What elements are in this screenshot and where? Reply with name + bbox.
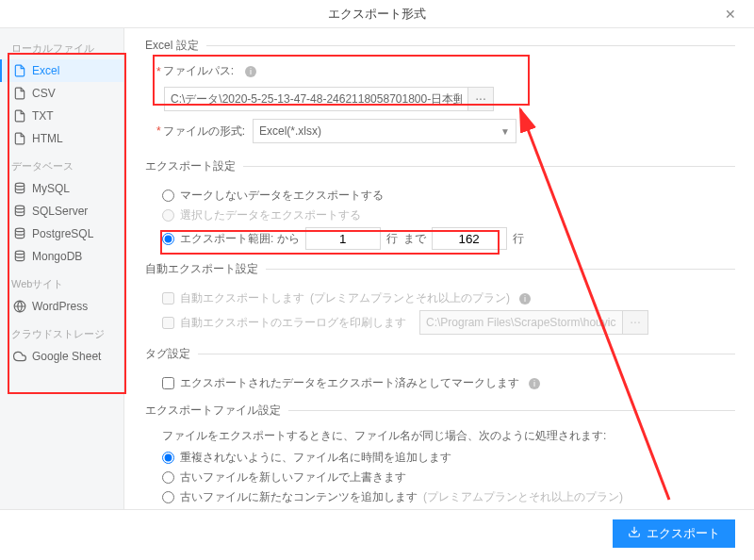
sidebar-item-postgresql[interactable]: PostgreSQL (0, 222, 123, 245)
file-settings-note: ファイルをエクスポートするときに、ファイル名が同じ場合、次のように処理されます: (162, 428, 735, 444)
radio-unmarked[interactable]: マークしないデータをエクスポートする (162, 188, 735, 204)
sidebar-item-excel[interactable]: Excel (0, 59, 123, 82)
db-icon (13, 182, 26, 195)
close-icon[interactable]: ✕ (716, 0, 745, 28)
download-icon (628, 525, 641, 541)
sidebar-item-sqlserver[interactable]: SQLServer (0, 200, 123, 222)
svg-point-0 (15, 183, 24, 187)
tag-settings-legend: タグ設定 (143, 346, 198, 362)
export-button[interactable]: エクスポート (613, 519, 735, 548)
radio-dup-time[interactable]: 重複されないように、ファイル名に時間を追加します (162, 450, 735, 466)
info-icon[interactable]: i (529, 378, 540, 389)
titlebar: エクスポート形式 ✕ (0, 0, 754, 28)
chk-mark-exported[interactable]: エクスポートされたデータをエクスポート済みとしてマークします i (162, 375, 735, 391)
dialog-title: エクスポート形式 (328, 7, 426, 21)
section-excel-settings: Excel 設定 * ファイルパス: i ··· * ファイルの形式: (143, 38, 735, 151)
auto-export-log-browse-button: ··· (622, 310, 648, 335)
file-icon (13, 132, 26, 145)
sidebar-item-mysql[interactable]: MySQL (0, 177, 123, 200)
filepath-label: ファイルパス: (163, 63, 234, 79)
db-icon (13, 227, 26, 240)
filepath-input[interactable] (164, 87, 467, 111)
required-marker: * (156, 65, 161, 78)
sidebar-group-cloud: クラウドストレージ (0, 318, 123, 345)
radio-dup-overwrite[interactable]: 古いファイルを新しいファイルで上書きます (162, 469, 735, 486)
sidebar-group-local: ローカルファイル (0, 32, 123, 59)
sidebar: ローカルファイル Excel CSV TXT HTML データベース (0, 28, 124, 509)
section-export-settings: エクスポート設定 マークしないデータをエクスポートする 選択したデータをエクスポ… (143, 158, 735, 254)
sidebar-item-html[interactable]: HTML (0, 127, 123, 150)
file-icon (13, 64, 26, 77)
section-file-settings: エクスポートファイル設定 ファイルをエクスポートするときに、ファイル名が同じ場合… (143, 403, 735, 509)
sidebar-item-mongodb[interactable]: MongoDB (0, 245, 123, 268)
auto-export-log-path-input (419, 310, 622, 335)
footer: エクスポート (0, 509, 754, 556)
auto-export-legend: 自動エクスポート設定 (143, 261, 266, 277)
info-icon[interactable]: i (245, 66, 256, 77)
sidebar-group-database: データベース (0, 150, 123, 177)
radio-dup-append[interactable]: 古いファイルに新たなコンテンツを追加します (プレミアムプランとそれ以上のプラン… (162, 489, 735, 505)
fileformat-select[interactable]: Excel(*.xlsx) ▼ (253, 119, 516, 143)
content: Excel 設定 * ファイルパス: i ··· * ファイルの形式: (124, 28, 754, 509)
sidebar-item-txt[interactable]: TXT (0, 105, 123, 127)
required-marker: * (156, 124, 161, 138)
svg-point-3 (15, 251, 24, 255)
filepath-browse-button[interactable]: ··· (467, 87, 494, 111)
section-auto-export: 自動エクスポート設定 自動エクスポートします (プレミアムプランとそれ以上のプラ… (143, 261, 735, 338)
file-icon (13, 87, 26, 100)
svg-point-1 (15, 206, 24, 209)
file-settings-legend: エクスポートファイル設定 (143, 403, 288, 419)
info-icon[interactable]: i (519, 293, 531, 305)
chk-auto-export[interactable]: 自動エクスポートします (プレミアムプランとそれ以上のプラン) i (162, 290, 735, 306)
file-icon (13, 109, 26, 123)
wp-icon (13, 300, 26, 313)
range-from-input[interactable] (305, 227, 381, 250)
db-icon (13, 250, 26, 263)
chk-auto-export-log[interactable]: 自動エクスポートのエラーログを印刷します ··· (162, 310, 735, 335)
excel-settings-legend: Excel 設定 (143, 38, 206, 54)
sidebar-group-website: Webサイト (0, 268, 123, 295)
radio-selected[interactable]: 選択したデータをエクスポートする (162, 207, 735, 223)
chevron-down-icon: ▼ (500, 126, 510, 137)
range-to-input[interactable] (432, 227, 507, 250)
db-icon (13, 205, 26, 218)
radio-range[interactable]: エクスポート範囲: から 行 まで 行 (162, 227, 735, 250)
section-tag-settings: タグ設定 エクスポートされたデータをエクスポート済みとしてマークします i (143, 346, 735, 395)
svg-point-2 (15, 228, 24, 232)
sidebar-item-googlesheet[interactable]: Google Sheet (0, 345, 123, 368)
sidebar-item-csv[interactable]: CSV (0, 82, 123, 105)
fileformat-label: ファイルの形式: (163, 124, 245, 140)
export-settings-legend: エクスポート設定 (143, 158, 243, 174)
sidebar-item-wordpress[interactable]: WordPress (0, 295, 123, 318)
cloud-icon (13, 350, 26, 363)
